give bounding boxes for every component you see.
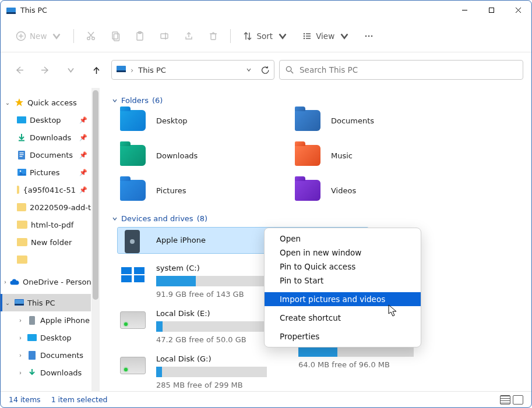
search-input[interactable]: Search This PC <box>279 60 523 80</box>
forward-button[interactable] <box>34 59 55 80</box>
chevron-right-icon: › <box>17 317 24 324</box>
share-button[interactable] <box>178 26 200 47</box>
phone-icon <box>27 315 37 325</box>
close-button[interactable] <box>505 1 531 20</box>
sidebar-child-downloads[interactable]: ›Downloads <box>1 364 91 381</box>
sidebar-item-pictures[interactable]: Pictures📌 <box>1 164 91 181</box>
folder-downloads[interactable]: Downloads <box>120 144 283 166</box>
ctx-pin-start[interactable]: Pin to Start <box>265 274 421 288</box>
section-folders[interactable]: Folders (6) <box>112 96 520 105</box>
share-icon <box>184 31 194 41</box>
sidebar-child-desktop[interactable]: ›Desktop <box>1 329 91 346</box>
quick-access-label: Quick access <box>27 98 77 107</box>
chevron-down-icon <box>339 31 350 41</box>
sidebar-item-folder-5[interactable] <box>1 251 91 268</box>
maximize-button[interactable] <box>478 1 505 20</box>
svg-rect-47 <box>20 156 23 157</box>
folder-documents[interactable]: Documents <box>295 109 458 132</box>
svg-point-49 <box>19 171 21 172</box>
view-details-button[interactable] <box>500 395 510 405</box>
sidebar-child-iphone[interactable]: ›Apple iPhone <box>1 311 91 329</box>
folder-music[interactable]: Music <box>295 144 458 166</box>
view-icon <box>302 31 312 41</box>
svg-point-28 <box>304 37 305 38</box>
folder-icon <box>17 203 26 211</box>
sidebar-this-pc[interactable]: ⌄ This PC <box>1 294 91 311</box>
refresh-icon[interactable] <box>261 66 269 74</box>
context-menu: Open Open in new window Pin to Quick acc… <box>264 228 421 347</box>
folder-videos[interactable]: Videos <box>295 179 458 201</box>
folder-pictures[interactable]: Pictures <box>120 179 283 201</box>
drive-icon <box>120 357 146 374</box>
chevron-right-icon: › <box>4 279 6 285</box>
folder-icon <box>17 238 27 246</box>
chevron-down-icon <box>112 216 118 222</box>
pin-icon: 📌 <box>79 116 87 124</box>
chevron-down-icon[interactable] <box>246 67 252 73</box>
delete-button[interactable] <box>202 26 224 47</box>
recent-button[interactable] <box>60 59 81 80</box>
sort-icon <box>242 31 253 41</box>
cut-button[interactable] <box>80 26 102 47</box>
scrollbar-thumb[interactable] <box>93 90 98 300</box>
pin-icon: 📌 <box>79 151 87 159</box>
copy-button[interactable] <box>104 26 126 47</box>
sidebar-item-folder-4[interactable]: New folder <box>1 233 91 251</box>
window-title: This PC <box>20 6 47 15</box>
minimize-button[interactable] <box>451 1 478 20</box>
svg-rect-53 <box>27 334 37 341</box>
view-tiles-button[interactable] <box>513 395 523 405</box>
ellipsis-icon <box>364 31 374 41</box>
sidebar-item-folder-2[interactable]: 20220509-add-t <box>1 198 91 216</box>
windows-icon <box>120 266 146 283</box>
svg-line-12 <box>88 32 93 37</box>
document-icon <box>27 350 37 360</box>
sidebar-item-folder-3[interactable]: html-to-pdf <box>1 216 91 233</box>
svg-rect-17 <box>161 34 168 38</box>
view-label: View <box>316 31 334 41</box>
rename-icon <box>159 31 170 41</box>
sidebar-onedrive[interactable]: › OneDrive - Person <box>1 273 91 290</box>
chevron-right-icon: › <box>17 370 24 376</box>
svg-point-30 <box>365 35 367 37</box>
svg-rect-37 <box>117 70 126 72</box>
sidebar: ⌄ Quick access Desktop📌 Downloads📌 Docum… <box>1 88 91 391</box>
sidebar-item-downloads[interactable]: Downloads📌 <box>1 129 91 146</box>
ctx-open-new-window[interactable]: Open in new window <box>265 246 421 260</box>
folder-icon <box>17 186 19 194</box>
sidebar-child-documents[interactable]: ›Documents <box>1 346 91 364</box>
ctx-open[interactable]: Open <box>265 232 421 246</box>
sidebar-quick-access[interactable]: ⌄ Quick access <box>1 94 91 111</box>
sort-button[interactable]: Sort <box>237 26 294 47</box>
svg-rect-15 <box>137 33 143 40</box>
sidebar-item-folder-1[interactable]: {a95f041c-51📌 <box>1 181 91 198</box>
section-drives[interactable]: Devices and drives (8) <box>112 214 520 223</box>
status-selected-count: 1 item selected <box>51 395 108 404</box>
picture-icon <box>17 168 26 177</box>
new-button[interactable]: New <box>10 26 68 47</box>
drive-right-3[interactable]: 64.0 MB free of 96.0 MB <box>298 346 414 369</box>
svg-rect-13 <box>112 32 118 39</box>
view-button[interactable]: View <box>296 26 355 47</box>
nav-row: › This PC Search This PC <box>1 52 531 87</box>
svg-rect-52 <box>29 316 35 325</box>
up-button[interactable] <box>86 59 107 80</box>
folder-desktop[interactable]: Desktop <box>120 109 283 132</box>
ctx-properties[interactable]: Properties <box>265 329 421 343</box>
rename-button[interactable] <box>153 26 175 47</box>
sidebar-scrollbar[interactable] <box>91 88 100 391</box>
more-button[interactable] <box>358 26 380 47</box>
address-bar[interactable]: › This PC <box>111 60 274 80</box>
svg-rect-54 <box>29 351 36 360</box>
back-button[interactable] <box>9 59 30 80</box>
ctx-pin-quick-access[interactable]: Pin to Quick access <box>265 260 421 274</box>
svg-rect-45 <box>20 152 24 153</box>
sidebar-item-desktop[interactable]: Desktop📌 <box>1 111 91 129</box>
paste-button[interactable] <box>129 26 151 47</box>
sidebar-item-documents[interactable]: Documents📌 <box>1 146 91 164</box>
pc-icon <box>15 298 24 307</box>
search-icon <box>286 66 294 74</box>
copy-icon <box>110 31 121 41</box>
status-item-count: 14 items <box>9 395 41 404</box>
cloud-icon <box>10 277 19 286</box>
